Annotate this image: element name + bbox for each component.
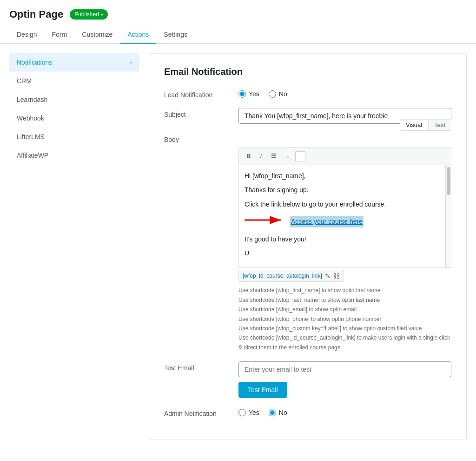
sidebar-item-label: Notifications xyxy=(17,59,52,66)
lead-notification-no-label: No xyxy=(279,90,287,98)
test-email-row: Test Email Test Email xyxy=(164,361,451,398)
hint-line-1: Use shortcode [wfop_first_name] to show … xyxy=(238,286,451,295)
admin-notification-radio-group: Yes No xyxy=(238,407,451,416)
sidebar-item-label: AffiliateWP xyxy=(17,152,48,159)
hint-line-6: Use shortcode [wfop_ld_course_autologin_… xyxy=(238,333,451,352)
body-row: Body Visual Text B I ☰ ≡ xyxy=(164,133,451,352)
italic-button[interactable]: I xyxy=(256,150,265,162)
editor-tab-text[interactable]: Text xyxy=(428,119,451,131)
subject-label: Subject xyxy=(164,108,238,118)
hint-line-3: Use shortcode [wfop_email] to show optin… xyxy=(238,305,451,314)
ordered-list-button[interactable]: ≡ xyxy=(282,150,293,162)
sidebar-item-label: Learndash xyxy=(17,96,47,103)
tab-form[interactable]: Form xyxy=(45,26,75,44)
link-popup-text: [wfop_ld_course_autologin_link] xyxy=(243,273,322,279)
sidebar-item-affiliatewp[interactable]: AffiliateWP xyxy=(9,146,139,165)
editor-tab-visual[interactable]: Visual xyxy=(400,119,428,131)
tab-customize[interactable]: Customize xyxy=(74,26,120,44)
lead-notification-row: Lead Notification Yes No xyxy=(164,88,451,99)
lead-notification-yes-option[interactable]: Yes xyxy=(238,90,259,98)
admin-notification-label: Admin Notification xyxy=(164,407,238,417)
section-title: Email Notification xyxy=(164,67,451,77)
sidebar-item-webhook[interactable]: Webhook xyxy=(9,109,139,127)
lead-notification-label: Lead Notification xyxy=(164,88,238,99)
link-popup: [wfop_ld_course_autologin_link] ✎ ⛓ xyxy=(238,270,344,282)
unordered-list-button[interactable]: ☰ xyxy=(267,150,280,162)
admin-notification-no-option[interactable]: No xyxy=(269,409,287,416)
admin-notification-row: Admin Notification Yes No xyxy=(164,407,451,417)
scrollbar-thumb xyxy=(447,167,450,195)
hint-line-2: Use shortcode [wfop_last_name] to show o… xyxy=(238,295,451,305)
sidebar-item-lifterlms[interactable]: LifterLMS xyxy=(9,127,139,146)
test-email-label: Test Email xyxy=(164,361,238,372)
chevron-right-icon: › xyxy=(130,59,132,66)
unlink-icon[interactable]: ⛓ xyxy=(333,272,340,280)
sidebar: Notifications › CRM Learndash Webhook Li… xyxy=(9,53,139,440)
editor-tabs: Visual Text xyxy=(400,119,451,131)
published-label: Published xyxy=(74,11,99,18)
sidebar-item-label: LifterLMS xyxy=(17,133,45,140)
sidebar-item-notifications[interactable]: Notifications › xyxy=(9,53,139,72)
editor-toolbar: B I ☰ ≡ xyxy=(238,147,451,165)
sidebar-item-label: CRM xyxy=(17,77,32,85)
tab-design[interactable]: Design xyxy=(9,26,45,44)
admin-notification-no-label: No xyxy=(279,409,287,416)
admin-notification-yes-label: Yes xyxy=(249,409,259,416)
lead-notification-no-radio[interactable] xyxy=(269,90,276,98)
lead-notification-yes-label: Yes xyxy=(249,90,259,98)
sidebar-item-label: Webhook xyxy=(17,114,44,122)
test-email-button[interactable]: Test Email xyxy=(238,382,287,398)
hint-line-5: Use shortcode [wfop_custom key='Label'] … xyxy=(238,324,451,333)
editor-scrollbar[interactable] xyxy=(445,165,451,267)
body-line1: Hi [wfop_first_name], xyxy=(245,171,443,181)
lead-notification-no-option[interactable]: No xyxy=(269,90,287,98)
content-panel: Email Notification Lead Notification Yes… xyxy=(149,53,467,440)
red-arrow-annotation xyxy=(245,213,286,230)
test-email-input[interactable] xyxy=(238,361,451,377)
sidebar-item-crm[interactable]: CRM xyxy=(9,72,139,90)
sidebar-item-learndash[interactable]: Learndash xyxy=(9,90,139,109)
admin-notification-no-radio[interactable] xyxy=(269,409,276,416)
hint-text-block: Use shortcode [wfop_first_name] to show … xyxy=(238,286,451,352)
bold-button[interactable]: B xyxy=(243,150,254,162)
published-badge[interactable]: Published ▾ xyxy=(70,9,108,20)
admin-notification-yes-radio[interactable] xyxy=(238,409,246,416)
square-button[interactable] xyxy=(295,151,305,161)
body-line2: Thanks for signing up. xyxy=(245,185,443,195)
hint-line-4: Use shortcode [wfop_phone] to show optin… xyxy=(238,314,451,324)
edit-link-icon[interactable]: ✎ xyxy=(325,272,331,280)
tab-actions[interactable]: Actions xyxy=(120,26,156,44)
editor-body[interactable]: Hi [wfop_first_name], Thanks for signing… xyxy=(238,165,451,268)
nav-tabs: Design Form Customize Actions Settings xyxy=(0,26,476,44)
chevron-down-icon: ▾ xyxy=(101,12,103,17)
tab-settings[interactable]: Settings xyxy=(156,26,195,44)
body-link-text[interactable]: Access your course here xyxy=(290,216,364,227)
body-line3: Click the link below to go to your enrol… xyxy=(245,199,443,209)
body-label: Body xyxy=(164,133,238,143)
lead-notification-yes-radio[interactable] xyxy=(238,90,246,98)
body-line4: It's good to have you! xyxy=(245,234,443,244)
page-title: Optin Page xyxy=(9,8,63,20)
lead-notification-radio-group: Yes No xyxy=(238,88,451,98)
body-partial: U xyxy=(245,248,443,258)
admin-notification-yes-option[interactable]: Yes xyxy=(238,409,259,416)
